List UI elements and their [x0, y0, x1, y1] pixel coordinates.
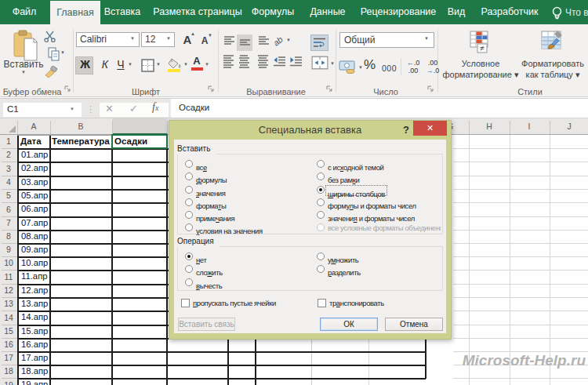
- svg-text:≠: ≠: [480, 44, 485, 53]
